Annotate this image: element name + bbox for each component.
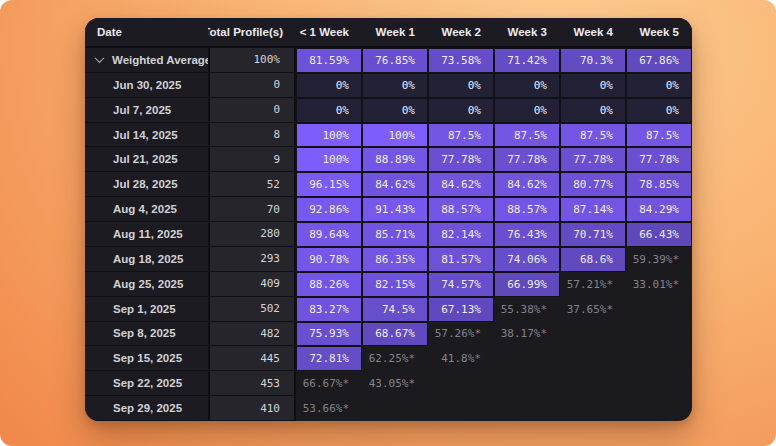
retention-cell-estimate[interactable]: 66.67%* [296,371,362,396]
retention-cell-estimate[interactable]: 41.8%* [428,346,494,371]
column-header-week: Week 1 [362,18,428,48]
retention-cell-estimate[interactable]: 62.25%* [362,346,428,371]
retention-cell[interactable]: 68.6% [560,247,626,272]
date-label: Jul 14, 2025 [113,129,178,141]
retention-cell[interactable]: 0% [560,73,626,98]
date-label: Sep 1, 2025 [113,303,176,315]
retention-cell[interactable]: 0% [428,98,494,123]
total-profiles-value: 9 [208,147,296,172]
retention-cell[interactable]: 77.78% [494,147,560,172]
retention-cell-estimate[interactable]: 55.38%* [494,297,560,322]
date-label: Sep 22, 2025 [113,377,182,389]
retention-cell[interactable]: 0% [428,73,494,98]
retention-cell-estimate[interactable]: 33.01%* [626,272,692,297]
retention-cell[interactable]: 89.64% [296,222,362,247]
retention-cell[interactable]: 100% [296,123,362,148]
retention-cell[interactable]: 86.35% [362,247,428,272]
retention-cell[interactable]: 0% [296,73,362,98]
retention-cell[interactable]: 84.29% [626,197,692,222]
retention-cell[interactable]: 70.3% [560,48,626,73]
retention-cell[interactable]: 88.89% [362,147,428,172]
retention-cell[interactable]: 77.78% [560,147,626,172]
retention-cell[interactable]: 87.14% [560,197,626,222]
retention-cell[interactable]: 81.57% [428,247,494,272]
row-label-date: Aug 4, 2025 [85,197,208,222]
retention-cell-empty [626,322,692,347]
retention-cell-empty [626,346,692,371]
total-profiles-value: 70 [208,197,296,222]
retention-cell[interactable]: 87.5% [494,123,560,148]
retention-cell[interactable]: 0% [494,73,560,98]
retention-cell[interactable]: 77.78% [428,147,494,172]
retention-cell[interactable]: 78.85% [626,172,692,197]
total-profiles-value: 482 [208,322,296,347]
retention-cell-estimate[interactable]: 57.26%* [428,322,494,347]
total-profiles-value: 453 [208,371,296,396]
row-label-date: Aug 25, 2025 [85,272,208,297]
retention-cell[interactable]: 0% [296,98,362,123]
retention-cell-empty [626,396,692,421]
retention-cell[interactable]: 81.59% [296,48,362,73]
retention-cell[interactable]: 0% [560,98,626,123]
retention-cell[interactable]: 100% [362,123,428,148]
retention-cell[interactable]: 67.86% [626,48,692,73]
retention-cell[interactable]: 72.81% [296,346,362,371]
retention-cell[interactable]: 0% [362,98,428,123]
retention-cell[interactable]: 91.43% [362,197,428,222]
retention-cell-estimate[interactable]: 37.65%* [560,297,626,322]
total-profiles-value: 8 [208,123,296,148]
retention-cell[interactable]: 82.15% [362,272,428,297]
retention-cell[interactable]: 68.67% [362,322,428,347]
retention-cell[interactable]: 76.85% [362,48,428,73]
retention-cell[interactable]: 92.86% [296,197,362,222]
retention-cell[interactable]: 84.62% [428,172,494,197]
retention-cell-estimate[interactable]: 59.39%* [626,247,692,272]
row-label-date: Jul 7, 2025 [85,98,208,123]
total-profiles-value: 52 [208,172,296,197]
retention-cell[interactable]: 88.57% [494,197,560,222]
retention-cell[interactable]: 74.06% [494,247,560,272]
retention-cell[interactable]: 0% [626,73,692,98]
retention-cell[interactable]: 83.27% [296,297,362,322]
retention-cell[interactable]: 0% [494,98,560,123]
retention-cell[interactable]: 70.71% [560,222,626,247]
retention-cell[interactable]: 77.78% [626,147,692,172]
retention-cell[interactable]: 82.14% [428,222,494,247]
retention-cell[interactable]: 87.5% [560,123,626,148]
column-header-total: Total Profile(s) [208,18,296,48]
retention-cell-estimate[interactable]: 57.21%* [560,272,626,297]
retention-cell[interactable]: 87.5% [626,123,692,148]
retention-cell-estimate[interactable]: 38.17%* [494,322,560,347]
retention-cell[interactable]: 100% [296,147,362,172]
retention-cell[interactable]: 67.13% [428,297,494,322]
row-label-weighted-average[interactable]: Weighted Average ... [85,48,208,73]
retention-cell[interactable]: 71.42% [494,48,560,73]
retention-cell[interactable]: 87.5% [428,123,494,148]
row-label-date: Sep 8, 2025 [85,322,208,347]
retention-cell[interactable]: 88.57% [428,197,494,222]
retention-cell-empty [494,396,560,421]
retention-cell[interactable]: 84.62% [362,172,428,197]
retention-cell[interactable]: 85.71% [362,222,428,247]
retention-cell[interactable]: 66.43% [626,222,692,247]
retention-cell-empty [428,371,494,396]
chevron-down-icon[interactable] [95,54,105,64]
retention-cell[interactable]: 0% [362,73,428,98]
retention-cell[interactable]: 73.58% [428,48,494,73]
retention-cell[interactable]: 96.15% [296,172,362,197]
retention-cell[interactable]: 0% [626,98,692,123]
retention-cell-empty [560,396,626,421]
retention-cell[interactable]: 76.43% [494,222,560,247]
date-label: Weighted Average ... [112,54,208,66]
retention-cell[interactable]: 75.93% [296,322,362,347]
column-header-week: Week 4 [560,18,626,48]
retention-cell[interactable]: 90.78% [296,247,362,272]
retention-cell[interactable]: 74.5% [362,297,428,322]
retention-cell[interactable]: 74.57% [428,272,494,297]
retention-cell-estimate[interactable]: 53.66%* [296,396,362,421]
retention-cell[interactable]: 88.26% [296,272,362,297]
retention-cell-estimate[interactable]: 43.05%* [362,371,428,396]
retention-cell[interactable]: 66.99% [494,272,560,297]
retention-cell[interactable]: 84.62% [494,172,560,197]
retention-cell[interactable]: 80.77% [560,172,626,197]
